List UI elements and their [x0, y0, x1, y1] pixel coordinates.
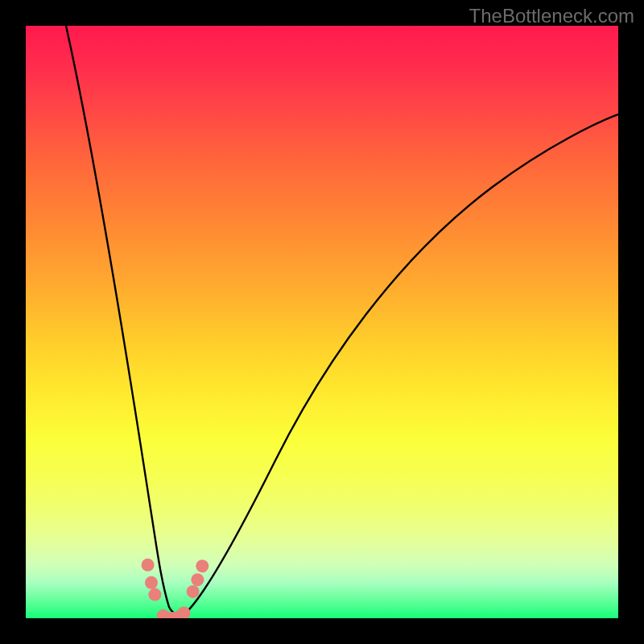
marker-cluster-bottom-5 [178, 606, 191, 618]
curve-layer [26, 26, 618, 618]
marker-cluster-right-2 [191, 573, 204, 586]
watermark-text: TheBottleneck.com [469, 5, 634, 27]
marker-cluster-left-3 [148, 588, 161, 601]
marker-cluster-right-3 [196, 559, 208, 572]
marker-group [142, 559, 209, 618]
marker-cluster-right-1 [187, 585, 200, 598]
bottleneck-curve [66, 26, 618, 615]
marker-cluster-left-1 [142, 559, 155, 572]
marker-cluster-left-2 [145, 576, 158, 589]
chart-container: TheBottleneck.com [0, 0, 644, 644]
plot-area [26, 26, 618, 618]
